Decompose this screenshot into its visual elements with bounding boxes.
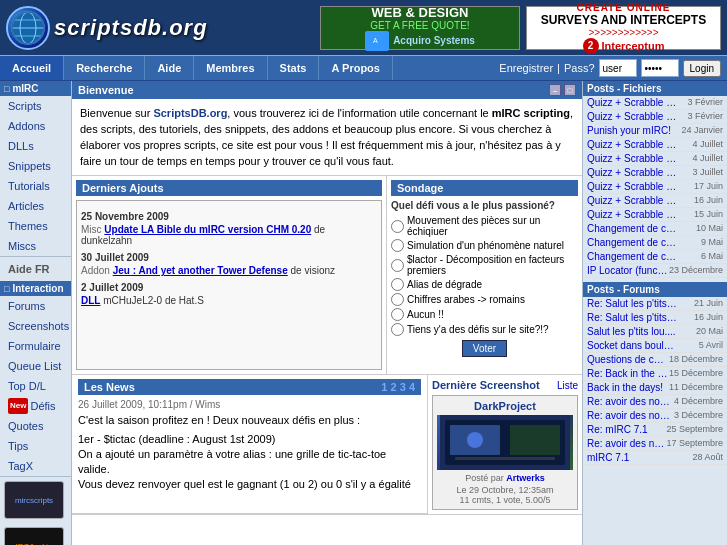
rs-forums-item-date: 21 Juin — [694, 298, 723, 309]
sidebar-item-snippets[interactable]: Snippets — [0, 156, 71, 176]
sidebar-item-defis[interactable]: New Défis — [0, 396, 71, 416]
mircscripts-banner[interactable]: mircscripts — [0, 477, 71, 523]
mirc-highlight: mIRC scripting — [492, 107, 570, 119]
minimize-icon[interactable]: – — [549, 84, 561, 96]
nav-aide[interactable]: Aide — [145, 56, 194, 80]
entry-link-1[interactable]: Jeu : And yet another Tower Defense — [113, 265, 288, 276]
rs-forums-item-name[interactable]: Salut les p'tits lou.... — [587, 326, 676, 337]
sidebar-item-queuelist[interactable]: Queue List — [0, 356, 71, 376]
login-button[interactable]: Login — [683, 60, 721, 77]
sondage-radio-1[interactable] — [391, 239, 404, 252]
sondage-radio-5[interactable] — [391, 308, 404, 321]
welcome-text: Bienvenue sur ScriptsDB.org, vous trouve… — [72, 99, 582, 176]
rs-fichiers-item-name[interactable]: Quizz + Scrabble v1.... — [587, 111, 677, 122]
rs-fichiers-item-date: 4 Juillet — [692, 153, 723, 164]
nav-membres[interactable]: Membres — [194, 56, 267, 80]
rs-forums-item-name[interactable]: Re: Salut les p'tits.... — [587, 312, 677, 323]
rs-forums-item-name[interactable]: Re: mIRC 7.1 — [587, 424, 648, 435]
sondage-opt-6[interactable]: Tiens y'a des défis sur le site?!? — [391, 323, 578, 336]
sidebar-item-themes[interactable]: Themes — [0, 216, 71, 236]
mirc-section-header[interactable]: □ mIRC — [0, 81, 71, 96]
rs-forums-item-name[interactable]: mIRC 7.1 — [587, 452, 629, 463]
sondage-opt-2[interactable]: $lactor - Décomposition en facteurs prem… — [391, 254, 578, 276]
news-pages[interactable]: 1 2 3 4 — [381, 381, 415, 393]
rs-forums-item-date: 17 Septembre — [666, 438, 723, 449]
rs-fichiers-item-name[interactable]: Changement de couleu.... — [587, 251, 677, 262]
rs-forums-item-name[interactable]: Re: avoir des nouvel.... — [587, 438, 666, 449]
nav-right: Enregistrer | Pass? Login — [499, 59, 727, 77]
rs-forums-item-name[interactable]: Socket dans boule w.... — [587, 340, 677, 351]
username-input[interactable] — [599, 59, 637, 77]
screenshot-poster-link[interactable]: Artwerks — [506, 473, 545, 483]
interaction-section-header[interactable]: □ Interaction — [0, 281, 71, 296]
banner2[interactable]: CREATE ONLINE SURVEYS AND INTERCEPTS >>>… — [526, 6, 721, 50]
rs-fichiers-item-name[interactable]: IP Locator (function.... — [587, 265, 669, 276]
sondage-opt-3[interactable]: Alias de dégrade — [391, 278, 578, 291]
sidebar-aide-fr[interactable]: Aide FR — [0, 259, 71, 279]
rs-fichiers-item-name[interactable]: Quizz + Scrabble v1.... — [587, 181, 677, 192]
banner2-line1: CREATE ONLINE — [577, 2, 671, 13]
sondage-opt-5[interactable]: Aucun !! — [391, 308, 578, 321]
sondage-radio-2[interactable] — [391, 259, 404, 272]
sidebar-item-tips[interactable]: Tips — [0, 436, 71, 456]
rs-forums-item-date: 28 Août — [692, 452, 723, 463]
password-input[interactable] — [641, 59, 679, 77]
entry-type-0: Misc — [81, 224, 102, 235]
sondage-radio-6[interactable] — [391, 323, 404, 336]
pass-link[interactable]: Pass? — [564, 62, 595, 74]
rs-forums-item-name[interactable]: Re: Back in the days! — [587, 368, 669, 379]
rs-fichiers-item-name[interactable]: Quizz + Scrabble v1.... — [587, 97, 677, 108]
sondage-opt-1[interactable]: Simulation d'un phénomène naturel — [391, 239, 578, 252]
sondage-opt-4[interactable]: Chiffres arabes -> romains — [391, 293, 578, 306]
rs-forums-item-name[interactable]: Back in the days! — [587, 382, 663, 393]
sidebar-item-dlls[interactable]: DLLs — [0, 136, 71, 156]
nav-stats[interactable]: Stats — [268, 56, 320, 80]
rs-fichiers-item-name[interactable]: Changement de couleu.... — [587, 237, 677, 248]
rs-fichiers-item-name[interactable]: Changement de couleu.... — [587, 223, 677, 234]
rs-forums-item-name[interactable]: Re: avoir des nouvel.... — [587, 396, 674, 407]
sidebar-item-formulaire[interactable]: Formulaire — [0, 336, 71, 356]
maximize-icon[interactable]: □ — [564, 84, 576, 96]
sidebar-item-scripts[interactable]: Scripts — [0, 96, 71, 116]
sidebar-item-addons[interactable]: Addons — [0, 116, 71, 136]
rs-forums-item-name[interactable]: Re: avoir des nouvel.... — [587, 410, 674, 421]
derniers-box: 25 Novembre 2009 Misc Update LA Bible du… — [76, 200, 382, 370]
rs-forums-item-name[interactable]: Re: Salut les p'tits.... — [587, 298, 677, 309]
rs-fichiers-item-name[interactable]: Quizz + Scrabble v1.... — [587, 209, 677, 220]
sidebar-item-articles[interactable]: Articles — [0, 196, 71, 216]
sidebar-item-tagx[interactable]: TagX — [0, 456, 71, 476]
nav-apropos[interactable]: A Propos — [319, 56, 393, 80]
sidebar-item-tutorials[interactable]: Tutorials — [0, 176, 71, 196]
posted-label: Posté par — [465, 473, 504, 483]
sidebar-item-forums[interactable]: Forums — [0, 296, 71, 316]
header-banners: WEB & DESIGN GET A FREE QUOTE! A Acquiro… — [320, 6, 721, 50]
sidebar-item-quotes[interactable]: Quotes — [0, 416, 71, 436]
screenshot-liste-link[interactable]: Liste — [557, 380, 578, 391]
rs-fichiers-item-name[interactable]: Punish your mIRC! — [587, 125, 671, 136]
rs-fichiers-item-name[interactable]: Quizz + Scrabble v1.... — [587, 139, 677, 150]
nav-accueil[interactable]: Accueil — [0, 56, 64, 80]
ircjunkie-banner[interactable]: IRCJunkie — [0, 523, 71, 545]
enregistrer-link[interactable]: Enregistrer — [499, 62, 553, 74]
rs-fichiers-item-name[interactable]: Quizz + Scrabble v1.... — [587, 167, 677, 178]
rs-fichiers-item-name[interactable]: Quizz + Scrabble v1.... — [587, 153, 677, 164]
sidebar-item-topdl[interactable]: Top D/L — [0, 376, 71, 396]
site-name-highlight: ScriptsDB.org — [153, 107, 227, 119]
news-date: 26 Juillet 2009, 10:11pm / Wims — [78, 399, 421, 410]
sondage-radio-3[interactable] — [391, 278, 404, 291]
sidebar-item-screenshots[interactable]: Screenshots — [0, 316, 71, 336]
sondage-radio-4[interactable] — [391, 293, 404, 306]
rs-fichiers-item-name[interactable]: Quizz + Scrabble v1.... — [587, 195, 677, 206]
entry-link-2[interactable]: DLL — [81, 295, 100, 306]
vote-button[interactable]: Voter — [462, 340, 507, 357]
sondage-opt-0[interactable]: Mouvement des pièces sur un échiqiuer — [391, 215, 578, 237]
nav-recherche[interactable]: Recherche — [64, 56, 145, 80]
rs-forums-item-date: 11 Décembre — [669, 382, 723, 393]
banner1[interactable]: WEB & DESIGN GET A FREE QUOTE! A Acquiro… — [320, 6, 520, 50]
entry-link-0[interactable]: Update LA Bible du mIRC version CHM 0.20 — [104, 224, 311, 235]
news-screenshot-row: Les News 1 2 3 4 26 Juillet 2009, 10:11p… — [72, 375, 582, 515]
rs-forums-item-name[interactable]: Questions de couleur.... — [587, 354, 669, 365]
sondage-radio-0[interactable] — [391, 220, 404, 233]
rs-fichiers-item-date: 4 Juillet — [692, 139, 723, 150]
sidebar-item-miscs[interactable]: Miscs — [0, 236, 71, 256]
